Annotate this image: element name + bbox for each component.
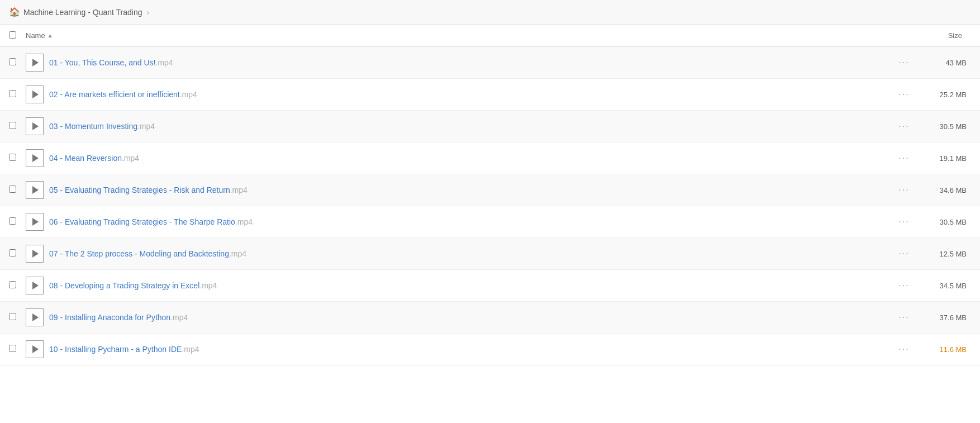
file-size: 12.5 MB bbox=[915, 250, 971, 258]
file-size: 34.5 MB bbox=[915, 282, 971, 290]
table-row[interactable]: 01 - You, This Course, and Us!.mp4 ··· 4… bbox=[0, 47, 980, 79]
table-row[interactable]: 09 - Installing Anaconda for Python.mp4 … bbox=[0, 302, 980, 334]
file-play-icon bbox=[26, 181, 44, 199]
more-options-button[interactable]: ··· bbox=[893, 121, 915, 131]
file-extension: .mp4 bbox=[229, 249, 246, 258]
file-name-link[interactable]: 01 - You, This Course, and Us! bbox=[49, 58, 155, 67]
file-name-link[interactable]: 09 - Installing Anaconda for Python bbox=[49, 313, 170, 322]
table-header: Name ▲ Size bbox=[0, 25, 980, 47]
file-name-link[interactable]: 03 - Momentum Investing bbox=[49, 122, 137, 131]
table-row[interactable]: 08 - Developing a Trading Strategy in Ex… bbox=[0, 270, 980, 302]
file-name-link[interactable]: 06 - Evaluating Trading Strategies - The… bbox=[49, 217, 235, 226]
file-play-icon bbox=[26, 245, 44, 263]
file-name: 07 - The 2 Step process - Modeling and B… bbox=[49, 249, 893, 258]
file-name: 05 - Evaluating Trading Strategies - Ris… bbox=[49, 186, 893, 194]
file-name-link[interactable]: 04 - Mean Reversion bbox=[49, 154, 122, 163]
file-extension: .mp4 bbox=[155, 58, 173, 67]
file-size: 43 MB bbox=[915, 59, 971, 67]
file-play-icon bbox=[26, 340, 44, 358]
file-name: 02 - Are markets efficient or inefficien… bbox=[49, 90, 893, 99]
file-name: 09 - Installing Anaconda for Python.mp4 bbox=[49, 313, 893, 322]
file-extension: .mp4 bbox=[235, 217, 253, 226]
table-row[interactable]: 04 - Mean Reversion.mp4 ··· 19.1 MB bbox=[0, 142, 980, 174]
row-checkbox[interactable] bbox=[9, 90, 20, 99]
file-extension: .mp4 bbox=[122, 154, 139, 163]
breadcrumb: 🏠 Machine Learning - Quant Trading › bbox=[0, 0, 980, 25]
file-extension: .mp4 bbox=[170, 313, 188, 322]
table-row[interactable]: 03 - Momentum Investing.mp4 ··· 30.5 MB bbox=[0, 111, 980, 142]
file-name: 10 - Installing Pycharm - a Python IDE.m… bbox=[49, 345, 893, 354]
table-row[interactable]: 10 - Installing Pycharm - a Python IDE.m… bbox=[0, 334, 980, 365]
file-size: 19.1 MB bbox=[915, 154, 971, 163]
file-play-icon bbox=[26, 117, 44, 135]
file-size: 30.5 MB bbox=[915, 122, 971, 131]
file-name: 01 - You, This Course, and Us!.mp4 bbox=[49, 58, 893, 67]
table-row[interactable]: 02 - Are markets efficient or inefficien… bbox=[0, 79, 980, 111]
more-options-button[interactable]: ··· bbox=[893, 344, 915, 354]
breadcrumb-title[interactable]: Machine Learning - Quant Trading bbox=[23, 8, 142, 17]
table-row[interactable]: 06 - Evaluating Trading Strategies - The… bbox=[0, 206, 980, 238]
more-options-button[interactable]: ··· bbox=[893, 89, 915, 99]
row-checkbox[interactable] bbox=[9, 186, 20, 194]
file-play-icon bbox=[26, 85, 44, 103]
file-extension: .mp4 bbox=[199, 281, 217, 290]
row-checkbox[interactable] bbox=[9, 122, 20, 131]
file-size: 11.6 MB bbox=[915, 345, 971, 354]
file-name-link[interactable]: 10 - Installing Pycharm - a Python IDE bbox=[49, 345, 182, 354]
more-options-button[interactable]: ··· bbox=[893, 185, 915, 195]
select-all-checkbox[interactable] bbox=[9, 31, 20, 40]
more-options-button[interactable]: ··· bbox=[893, 153, 915, 163]
file-size: 30.5 MB bbox=[915, 218, 971, 226]
row-checkbox[interactable] bbox=[9, 58, 20, 67]
row-checkbox[interactable] bbox=[9, 345, 20, 354]
file-play-icon bbox=[26, 308, 44, 326]
file-extension: .mp4 bbox=[137, 122, 155, 131]
file-size: 37.6 MB bbox=[915, 313, 971, 322]
file-play-icon bbox=[26, 277, 44, 294]
more-options-button[interactable]: ··· bbox=[893, 281, 915, 291]
name-column-header[interactable]: Name ▲ bbox=[26, 31, 915, 40]
file-name-link[interactable]: 08 - Developing a Trading Strategy in Ex… bbox=[49, 281, 199, 290]
file-name: 04 - Mean Reversion.mp4 bbox=[49, 154, 893, 163]
size-column-header: Size bbox=[915, 31, 971, 40]
file-list: 01 - You, This Course, and Us!.mp4 ··· 4… bbox=[0, 47, 980, 365]
more-options-button[interactable]: ··· bbox=[893, 249, 915, 259]
file-play-icon bbox=[26, 54, 44, 72]
file-play-icon bbox=[26, 213, 44, 231]
table-row[interactable]: 07 - The 2 Step process - Modeling and B… bbox=[0, 238, 980, 270]
row-checkbox[interactable] bbox=[9, 313, 20, 322]
file-extension: .mp4 bbox=[180, 90, 197, 99]
file-name: 03 - Momentum Investing.mp4 bbox=[49, 122, 893, 131]
file-extension: .mp4 bbox=[182, 345, 199, 354]
file-name-link[interactable]: 05 - Evaluating Trading Strategies - Ris… bbox=[49, 186, 230, 194]
file-name-link[interactable]: 07 - The 2 Step process - Modeling and B… bbox=[49, 249, 229, 258]
row-checkbox[interactable] bbox=[9, 154, 20, 163]
file-size: 25.2 MB bbox=[915, 91, 971, 99]
table-row[interactable]: 05 - Evaluating Trading Strategies - Ris… bbox=[0, 174, 980, 206]
file-name: 08 - Developing a Trading Strategy in Ex… bbox=[49, 281, 893, 290]
row-checkbox[interactable] bbox=[9, 281, 20, 290]
file-extension: .mp4 bbox=[230, 186, 248, 194]
more-options-button[interactable]: ··· bbox=[893, 217, 915, 227]
chevron-icon: › bbox=[146, 8, 149, 17]
row-checkbox[interactable] bbox=[9, 217, 20, 226]
file-name: 06 - Evaluating Trading Strategies - The… bbox=[49, 217, 893, 226]
more-options-button[interactable]: ··· bbox=[893, 58, 915, 68]
more-options-button[interactable]: ··· bbox=[893, 312, 915, 322]
row-checkbox[interactable] bbox=[9, 249, 20, 258]
file-play-icon bbox=[26, 149, 44, 167]
file-name-link[interactable]: 02 - Are markets efficient or inefficien… bbox=[49, 90, 180, 99]
file-size: 34.6 MB bbox=[915, 186, 971, 194]
home-icon[interactable]: 🏠 bbox=[9, 7, 20, 17]
sort-icon: ▲ bbox=[47, 32, 53, 39]
